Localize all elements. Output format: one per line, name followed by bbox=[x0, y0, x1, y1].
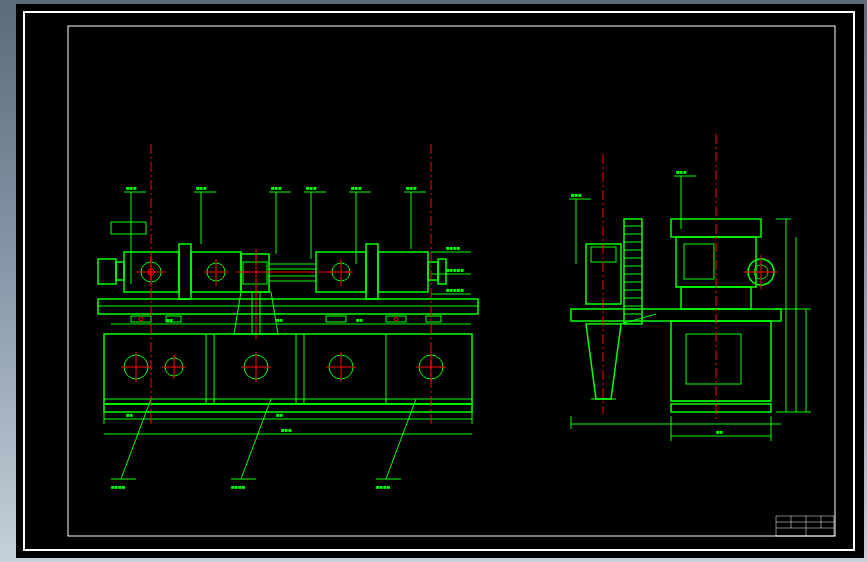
inner-frame bbox=[68, 26, 835, 536]
side-view: ■■■ ■■■ bbox=[569, 134, 811, 441]
svg-line-127 bbox=[621, 314, 656, 324]
svg-rect-39 bbox=[366, 244, 378, 299]
drawing-canvas[interactable]: ■■■ ■■■ ■■■ ■■■ ■■■ ■■■ bbox=[16, 4, 864, 558]
cad-viewport[interactable]: ■■■ ■■■ ■■■ ■■■ ■■■ ■■■ bbox=[16, 4, 864, 558]
cad-drawing-svg: ■■■ ■■■ ■■■ ■■■ ■■■ ■■■ bbox=[16, 4, 864, 558]
callout-label: ■■■■ bbox=[376, 484, 391, 490]
svg-rect-41 bbox=[428, 262, 438, 280]
svg-rect-131 bbox=[671, 404, 771, 412]
svg-line-91 bbox=[241, 399, 271, 479]
svg-rect-59 bbox=[104, 334, 472, 404]
svg-text:■■: ■■ bbox=[276, 317, 284, 323]
svg-rect-42 bbox=[438, 259, 446, 284]
svg-text:■■: ■■ bbox=[276, 412, 284, 418]
svg-rect-29 bbox=[243, 262, 267, 284]
callout-label: ■■■ bbox=[271, 185, 282, 191]
front-view: ■■■ ■■■ ■■■ ■■■ ■■■ ■■■ bbox=[98, 144, 478, 490]
svg-text:■■■: ■■■ bbox=[281, 427, 292, 433]
svg-rect-28 bbox=[241, 254, 269, 292]
callout-label: ■■■ bbox=[306, 185, 317, 191]
title-block bbox=[776, 516, 834, 536]
callout-label: ■■■ bbox=[406, 185, 417, 191]
svg-text:■■: ■■ bbox=[356, 317, 364, 323]
svg-rect-15 bbox=[111, 222, 146, 234]
svg-rect-16 bbox=[98, 259, 116, 284]
svg-text:■■: ■■ bbox=[126, 412, 134, 418]
callout-label: ■■■■ bbox=[231, 484, 246, 490]
callout-label: ■■■■ bbox=[111, 484, 126, 490]
svg-point-49 bbox=[139, 317, 143, 321]
callout-label: ■■■ bbox=[676, 169, 687, 175]
dim-label: ■■■■■ bbox=[446, 267, 464, 273]
svg-text:■■: ■■ bbox=[716, 429, 724, 435]
callout-label: ■■■ bbox=[196, 185, 207, 191]
svg-rect-54 bbox=[426, 316, 441, 322]
svg-point-53 bbox=[394, 317, 398, 321]
svg-line-93 bbox=[386, 399, 416, 479]
svg-rect-23 bbox=[179, 244, 191, 299]
svg-rect-51 bbox=[326, 316, 346, 322]
svg-rect-61 bbox=[104, 404, 472, 412]
svg-rect-40 bbox=[378, 252, 428, 292]
svg-line-89 bbox=[121, 399, 151, 479]
callout-label: ■■■ bbox=[351, 185, 362, 191]
svg-rect-129 bbox=[686, 334, 741, 384]
outer-frame bbox=[24, 12, 854, 550]
svg-text:■■: ■■ bbox=[166, 317, 174, 323]
dim-label: ■■■■■ bbox=[446, 287, 464, 293]
dim-label: ■■■■ bbox=[446, 245, 461, 251]
svg-rect-118 bbox=[684, 244, 714, 279]
svg-rect-17 bbox=[116, 262, 124, 280]
callout-label: ■■■ bbox=[571, 192, 582, 198]
svg-rect-146 bbox=[776, 516, 834, 536]
callout-label: ■■■ bbox=[126, 185, 137, 191]
